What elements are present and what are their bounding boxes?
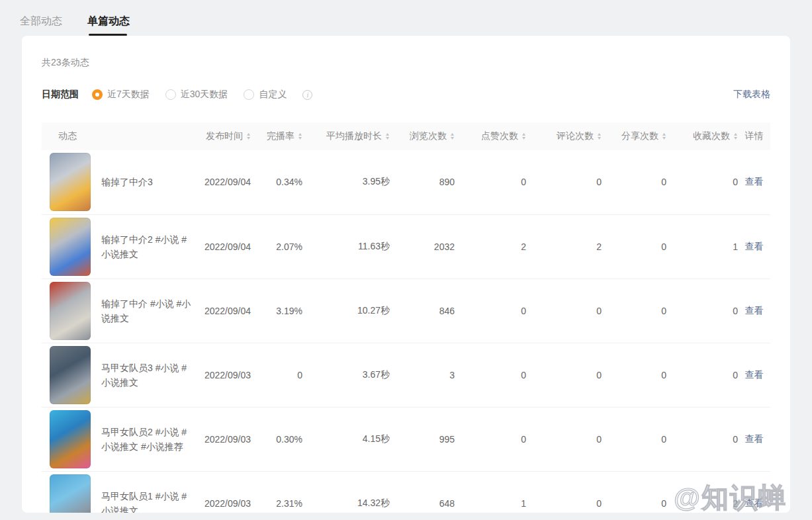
sort-icon[interactable]: ▲▼: [662, 132, 666, 140]
completion-rate-cell: 0.30%: [251, 407, 302, 471]
post-thumbnail[interactable]: [50, 218, 91, 276]
avg-play-duration-cell: 10.27秒: [302, 279, 390, 343]
publish-date-cell: 2022/09/04: [195, 279, 251, 343]
shares-cell: 0: [602, 279, 666, 343]
column-label: 评论次数: [557, 130, 594, 142]
sort-icon[interactable]: ▲▼: [521, 132, 526, 140]
info-icon[interactable]: i: [302, 90, 312, 100]
post-title: 输掉了中介 #小说 #小说推文: [101, 296, 195, 325]
publish-date-cell: 2022/09/04: [195, 214, 251, 279]
date-range-label: 日期范围: [42, 89, 79, 101]
completion-rate-cell: 0: [251, 343, 302, 407]
tab-single-post[interactable]: 单篇动态: [87, 15, 130, 36]
post-title: 马甲女队员2 #小说 #小说推文 #小说推荐: [101, 425, 195, 454]
column-label: 收藏次数: [693, 130, 730, 142]
post-thumbnail[interactable]: [50, 153, 91, 211]
column-header-3[interactable]: 完播率▲▼: [251, 122, 302, 150]
views-cell: 890: [390, 150, 455, 214]
avg-play-duration-cell: 3.67秒: [302, 343, 390, 407]
radio-selected-icon: [92, 89, 103, 100]
radio-label: 近30天数据: [181, 89, 228, 101]
column-header-7[interactable]: 评论次数▲▼: [526, 122, 602, 150]
view-detail-link[interactable]: 查看: [745, 369, 764, 380]
radio-custom-range[interactable]: 自定义: [244, 89, 287, 101]
post-thumbnail[interactable]: [50, 474, 91, 513]
column-header-6[interactable]: 点赞次数▲▼: [455, 122, 526, 150]
column-label: 发布时间: [206, 130, 243, 142]
table-row: 马甲女队员3 #小说 #小说推文 2022/09/03 0 3.67秒 3 0 …: [42, 343, 770, 407]
column-label: 浏览次数: [410, 130, 447, 142]
views-cell: 648: [390, 471, 455, 513]
table-row: 输掉了中介 #小说 #小说推文 2022/09/04 3.19% 10.27秒 …: [42, 279, 770, 343]
post-title: 马甲女队员3 #小说 #小说推文: [101, 361, 195, 390]
column-label: 平均播放时长: [326, 130, 382, 142]
sort-icon[interactable]: ▲▼: [246, 132, 251, 140]
view-detail-link[interactable]: 查看: [745, 433, 764, 444]
sort-icon[interactable]: ▲▼: [597, 132, 602, 140]
radio-unselected-icon: [244, 89, 254, 100]
favorites-cell: 0: [666, 343, 738, 407]
favorites-cell: 1: [666, 214, 738, 279]
likes-cell: 1: [455, 471, 526, 513]
completion-rate-cell: 2.31%: [251, 471, 302, 513]
radio-label: 近7天数据: [107, 89, 150, 101]
download-table-link[interactable]: 下载表格: [733, 89, 770, 101]
table-row: 输掉了中介2 #小说 #小说推文 2022/09/04 2.07% 11.63秒…: [42, 214, 770, 279]
likes-cell: 0: [455, 279, 526, 343]
date-range-filter: 日期范围 近7天数据 近30天数据 自定义 i 下载表格: [42, 89, 770, 101]
favorites-cell: 0: [666, 407, 738, 471]
shares-cell: 0: [602, 407, 666, 471]
column-header-4[interactable]: 平均播放时长▲▼: [302, 122, 390, 150]
views-cell: 995: [390, 407, 455, 471]
comments-cell: 0: [526, 279, 602, 343]
view-detail-link[interactable]: 查看: [745, 498, 764, 508]
column-header-8[interactable]: 分享次数▲▼: [602, 122, 666, 150]
post-thumbnail[interactable]: [50, 410, 91, 468]
completion-rate-cell: 3.19%: [251, 279, 302, 343]
tab-bar: 全部动态 单篇动态: [0, 0, 812, 36]
comments-cell: 0: [526, 150, 602, 214]
posts-table: 动态发布时间▲▼完播率▲▼平均播放时长▲▼浏览次数▲▼点赞次数▲▼评论次数▲▼分…: [42, 122, 770, 513]
shares-cell: 0: [602, 471, 666, 513]
publish-date-cell: 2022/09/03: [195, 407, 251, 471]
tab-all-posts[interactable]: 全部动态: [20, 15, 62, 36]
view-detail-link[interactable]: 查看: [745, 241, 764, 251]
post-title: 输掉了中介3: [101, 175, 195, 189]
column-header-9[interactable]: 收藏次数▲▼: [666, 122, 738, 150]
analytics-card: 共23条动态 日期范围 近7天数据 近30天数据 自定义 i 下载表格 动态发布…: [22, 36, 790, 513]
column-label: 详情: [745, 130, 764, 142]
column-header-5[interactable]: 浏览次数▲▼: [390, 122, 455, 150]
publish-date-cell: 2022/09/03: [195, 343, 251, 407]
avg-play-duration-cell: 11.63秒: [302, 214, 390, 279]
view-detail-link[interactable]: 查看: [745, 176, 764, 187]
completion-rate-cell: 0.34%: [251, 150, 302, 214]
post-count-text: 共23条动态: [42, 56, 770, 69]
likes-cell: 2: [455, 214, 526, 279]
radio-unselected-icon: [165, 89, 176, 100]
post-thumbnail[interactable]: [50, 346, 91, 404]
table-row: 马甲女队员1 #小说 #小说推文 2022/09/03 2.31% 14.32秒…: [42, 471, 770, 513]
table-body: 输掉了中介3 2022/09/04 0.34% 3.95秒 890 0 0 0 …: [42, 150, 770, 513]
likes-cell: 0: [455, 407, 526, 471]
avg-play-duration-cell: 4.15秒: [302, 407, 390, 471]
post-thumbnail[interactable]: [50, 282, 91, 340]
sort-icon[interactable]: ▲▼: [450, 132, 455, 140]
column-label: 完播率: [267, 130, 294, 142]
post-title: 马甲女队员1 #小说 #小说推文: [101, 489, 195, 513]
sort-icon[interactable]: ▲▼: [385, 132, 390, 140]
likes-cell: 0: [455, 343, 526, 407]
view-detail-link[interactable]: 查看: [745, 305, 764, 316]
sort-icon[interactable]: ▲▼: [298, 132, 302, 140]
radio-last-7-days[interactable]: 近7天数据: [92, 89, 150, 101]
publish-date-cell: 2022/09/04: [195, 150, 251, 214]
column-label: 动态: [58, 130, 77, 142]
table-row: 马甲女队员2 #小说 #小说推文 #小说推荐 2022/09/03 0.30% …: [42, 407, 770, 471]
column-label: 点赞次数: [481, 130, 518, 142]
avg-play-duration-cell: 3.95秒: [302, 150, 390, 214]
column-header-2[interactable]: 发布时间▲▼: [195, 122, 251, 150]
favorites-cell: 0: [666, 150, 738, 214]
shares-cell: 0: [602, 214, 666, 279]
views-cell: 2032: [390, 214, 455, 279]
radio-last-30-days[interactable]: 近30天数据: [165, 89, 228, 101]
sort-icon[interactable]: ▲▼: [733, 132, 738, 140]
